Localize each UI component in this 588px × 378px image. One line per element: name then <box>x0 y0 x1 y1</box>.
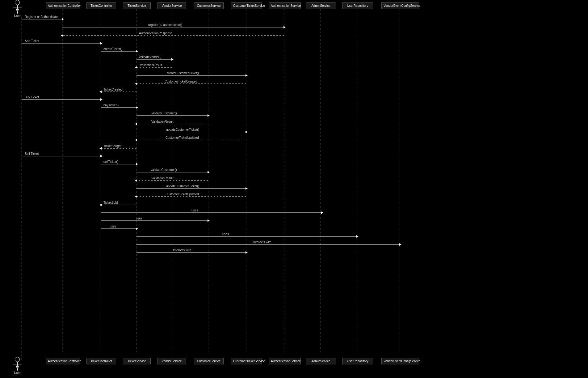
svg-marker-75 <box>246 187 248 190</box>
svg-marker-30 <box>135 66 137 69</box>
svg-marker-42 <box>100 98 103 101</box>
svg-text:TicketCreated: TicketCreated <box>103 88 123 91</box>
svg-marker-27 <box>171 58 174 61</box>
customer-service-box-bottom: CustomerService <box>194 358 224 364</box>
vendor-service-box-top: VendorService <box>158 2 186 9</box>
svg-text:sellTicket(): sellTicket() <box>103 160 118 164</box>
svg-text:validateVendor(): validateVendor() <box>139 55 162 59</box>
svg-marker-66 <box>136 163 138 165</box>
ticket-controller-box-bottom: TicketController <box>86 358 116 364</box>
svg-marker-18 <box>61 34 63 37</box>
svg-marker-48 <box>208 114 210 117</box>
svg-marker-90 <box>136 227 138 230</box>
svg-text:uses: uses <box>136 217 142 220</box>
customer-ticket-service-box-top: CustomerTicketService <box>231 2 262 9</box>
svg-marker-81 <box>99 204 102 206</box>
user-label-top: User <box>14 14 20 18</box>
svg-text:createCustomerTicket(): createCustomerTicket() <box>167 71 199 75</box>
svg-text:TicketSold: TicketSold <box>103 201 118 204</box>
svg-marker-45 <box>136 106 138 109</box>
admin-service-box-bottom: AdminService <box>306 358 336 364</box>
vendor-event-config-box-top: VendorEventConfigService <box>381 2 419 9</box>
svg-marker-93 <box>356 235 359 238</box>
auth-controller-box-bottom: AuthenticationController <box>46 358 80 364</box>
svg-marker-84 <box>321 211 323 214</box>
admin-service-box-top: AdminService <box>306 2 336 9</box>
svg-marker-69 <box>208 171 210 173</box>
svg-marker-12 <box>62 18 64 20</box>
svg-text:validateCustomer(): validateCustomer() <box>151 112 177 115</box>
ticket-service-box-top: TicketService <box>123 2 151 9</box>
customer-ticket-service-box-bottom: CustomerTicketService <box>231 358 262 364</box>
svg-text:Sell Ticket: Sell Ticket <box>25 152 39 155</box>
svg-text:Register or Authenticate: Register or Authenticate <box>25 15 58 19</box>
svg-text:updateCustomerTicket(): updateCustomerTicket() <box>166 185 199 188</box>
customer-service-box-top: CustomerService <box>194 2 224 9</box>
svg-text:buyTicket(): buyTicket() <box>103 104 119 107</box>
svg-marker-57 <box>135 139 137 141</box>
diagram-container: Register or Authenticate register() / au… <box>0 0 588 378</box>
svg-text:CustomerTicketCreated: CustomerTicketCreated <box>165 80 197 83</box>
ticket-controller-box-top: TicketController <box>86 2 116 9</box>
svg-marker-78 <box>135 195 137 198</box>
auth-service-box-bottom: AuthenticationService <box>269 358 301 364</box>
svg-marker-15 <box>284 26 286 28</box>
user-repo-box-top: UserRepository <box>342 2 373 9</box>
svg-text:ValidationResult: ValidationResult <box>140 63 162 67</box>
svg-text:Buy Ticket: Buy Ticket <box>25 96 39 99</box>
svg-marker-51 <box>135 123 137 125</box>
svg-text:CustomerTicketUpdated: CustomerTicketUpdated <box>166 193 199 196</box>
svg-text:Add Ticket: Add Ticket <box>25 39 39 43</box>
svg-text:uses: uses <box>191 209 198 212</box>
vendor-event-config-box-bottom: VendorEventConfigService <box>381 358 419 364</box>
svg-marker-24 <box>136 50 138 53</box>
svg-marker-63 <box>100 155 103 157</box>
svg-text:ValidationResult: ValidationResult <box>151 176 174 180</box>
svg-marker-54 <box>246 131 248 133</box>
svg-text:updateCustomerTicket(): updateCustomerTicket() <box>166 128 199 131</box>
svg-text:uses: uses <box>110 225 116 228</box>
svg-text:CustomerTicketUpdated: CustomerTicketUpdated <box>166 136 199 139</box>
user-label-bottom: User <box>14 371 20 375</box>
svg-text:AuthenticationResponse: AuthenticationResponse <box>139 32 173 35</box>
user-actor-top: User <box>13 0 22 18</box>
user-actor-bottom: User <box>13 357 22 375</box>
svg-text:Interacts with: Interacts with <box>253 240 271 244</box>
svg-marker-96 <box>399 243 401 246</box>
svg-marker-21 <box>100 42 103 45</box>
svg-text:createTicket(): createTicket() <box>103 47 122 51</box>
svg-text:uses: uses <box>222 232 229 236</box>
svg-marker-99 <box>246 251 248 254</box>
svg-marker-60 <box>99 147 102 150</box>
svg-text:Interacts with: Interacts with <box>173 248 191 252</box>
auth-controller-box-top: AuthenticationController <box>46 2 80 9</box>
svg-marker-39 <box>99 91 102 93</box>
svg-marker-36 <box>135 83 137 85</box>
ticket-service-box-bottom: TicketService <box>123 358 151 364</box>
diagram-svg: Register or Authenticate register() / au… <box>0 0 588 378</box>
svg-marker-87 <box>208 219 210 222</box>
svg-text:validateCustomer(): validateCustomer() <box>151 168 177 172</box>
svg-text:register() / authenticate(): register() / authenticate() <box>148 23 182 27</box>
svg-marker-33 <box>246 74 248 77</box>
user-repo-box-bottom: UserRepository <box>342 358 373 364</box>
auth-service-box-top: AuthenticationService <box>269 2 301 9</box>
svg-marker-72 <box>135 179 137 182</box>
svg-text:TicketBought: TicketBought <box>103 144 121 148</box>
vendor-service-box-bottom: VendorService <box>158 358 186 364</box>
svg-text:ValidationResult: ValidationResult <box>151 120 174 123</box>
